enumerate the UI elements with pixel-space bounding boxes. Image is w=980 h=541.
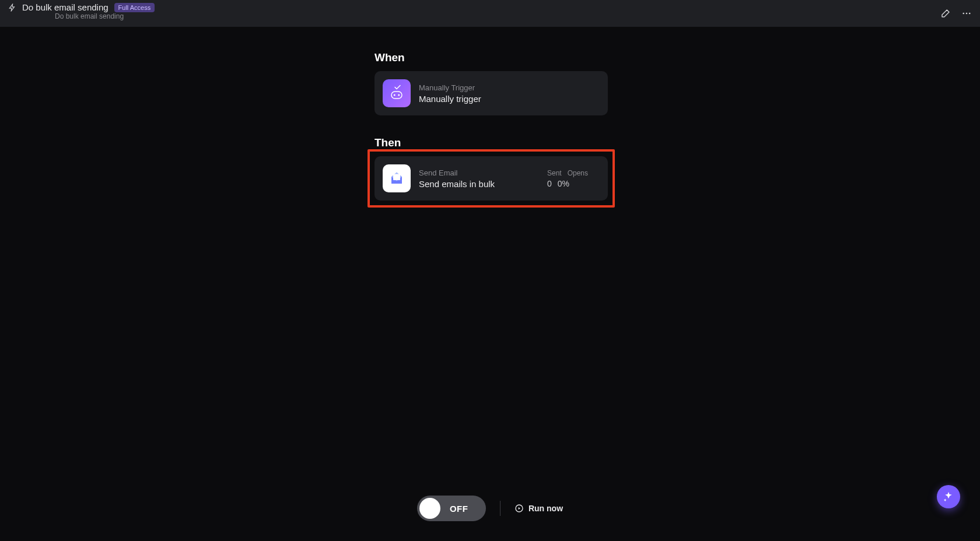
- action-card[interactable]: Send Email Send emails in bulk Sent Open…: [374, 156, 608, 201]
- stats-header-sent: Sent: [547, 169, 562, 177]
- action-type-label: Send Email: [419, 168, 539, 177]
- action-card-text: Send Email Send emails in bulk: [419, 168, 539, 189]
- assistant-fab[interactable]: [937, 485, 960, 508]
- header-left: Do bulk email sending Full Access Do bul…: [8, 2, 155, 20]
- svg-point-2: [969, 13, 971, 15]
- svg-point-5: [398, 94, 400, 96]
- section-then-label: Then: [374, 136, 608, 149]
- run-now-button[interactable]: Run now: [514, 504, 563, 513]
- section-when-label: When: [374, 51, 608, 64]
- trigger-card[interactable]: Manually Trigger Manually trigger: [374, 71, 608, 115]
- stats-header: Sent Opens: [547, 169, 600, 177]
- trigger-title: Manually trigger: [419, 94, 600, 104]
- stats-header-opens: Opens: [568, 169, 588, 177]
- svg-point-1: [966, 13, 968, 15]
- action-title: Send emails in bulk: [419, 179, 539, 189]
- page-subtitle: Do bulk email sending: [55, 12, 155, 20]
- header-right: [940, 2, 972, 19]
- svg-rect-6: [393, 174, 400, 181]
- trigger-card-text: Manually Trigger Manually trigger: [419, 83, 600, 104]
- more-icon[interactable]: [961, 8, 972, 19]
- stats-values: 0 0%: [547, 179, 600, 188]
- toggle-label: OFF: [450, 504, 468, 514]
- workflow-canvas: When Manually Trigger Manually trigger T…: [0, 27, 980, 541]
- run-now-label: Run now: [528, 504, 563, 513]
- bottom-bar: OFF Run now: [0, 496, 980, 521]
- app-header: Do bulk email sending Full Access Do bul…: [0, 0, 980, 27]
- trigger-type-label: Manually Trigger: [419, 83, 600, 92]
- action-stats: Sent Opens 0 0%: [547, 169, 600, 188]
- robot-icon: [383, 79, 411, 107]
- svg-point-4: [394, 94, 396, 96]
- access-badge: Full Access: [114, 3, 155, 12]
- svg-point-0: [963, 13, 964, 15]
- email-icon: [383, 164, 411, 192]
- page-title: Do bulk email sending: [22, 2, 108, 12]
- title-row: Do bulk email sending Full Access: [8, 2, 155, 12]
- stats-opens-value: 0%: [558, 179, 569, 188]
- divider: [500, 501, 501, 516]
- highlight-box: Send Email Send emails in bulk Sent Open…: [368, 149, 615, 208]
- bolt-icon: [8, 3, 16, 12]
- workflow-column: When Manually Trigger Manually trigger T…: [374, 27, 608, 208]
- automation-toggle[interactable]: OFF: [417, 496, 486, 521]
- svg-rect-3: [391, 92, 402, 99]
- toggle-knob: [419, 498, 440, 519]
- play-icon: [514, 504, 524, 513]
- edit-icon[interactable]: [940, 8, 951, 19]
- stats-sent-value: 0: [547, 179, 552, 188]
